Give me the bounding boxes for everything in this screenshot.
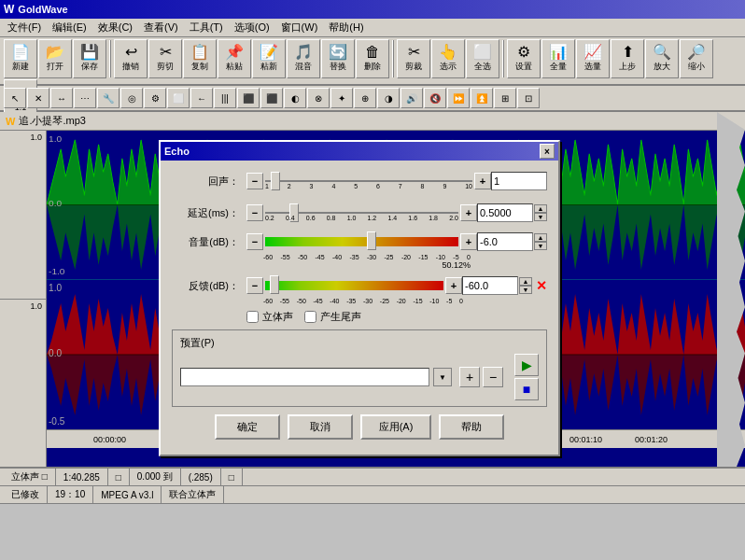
open-button[interactable]: 📂打开 — [38, 39, 72, 78]
preset-input[interactable] — [180, 368, 429, 386]
feedback-minus[interactable]: − — [246, 277, 263, 294]
tool-btn-16[interactable]: ⊕ — [354, 88, 376, 108]
delay-plus[interactable]: + — [460, 204, 477, 221]
feedback-slider[interactable] — [265, 275, 443, 296]
echo-slider[interactable]: 1 2 3 4 5 6 7 8 9 10 — [265, 168, 472, 194]
mix-button[interactable]: 🎵混音 — [287, 39, 320, 78]
feedback-spin-up[interactable]: ▲ — [519, 277, 532, 286]
feedback-value[interactable]: -60.0 — [462, 276, 518, 295]
menu-tools[interactable]: 工具(T) — [184, 19, 229, 36]
echo-value[interactable]: 1 — [491, 172, 547, 190]
volume-slider[interactable] — [265, 231, 458, 252]
full-vol-button[interactable]: 📊全量 — [541, 39, 575, 78]
echo-minus[interactable]: − — [246, 173, 263, 189]
tool-btn-17[interactable]: ◑ — [377, 88, 400, 108]
dialog-close-button[interactable]: × — [540, 144, 555, 159]
statusbar-row-1: 立体声 □ 1:40.285 □ 0.000 到 (.285) □ — [0, 469, 745, 486]
cancel-button[interactable]: 取消 — [288, 414, 353, 440]
tool-btn-1[interactable]: ↖ — [4, 88, 26, 108]
zoom-in-button[interactable]: 🔍放大 — [645, 39, 679, 78]
tool-btn-10[interactable]: ||| — [214, 88, 236, 108]
apply-button[interactable]: 应用(A) — [360, 414, 432, 440]
show-sel-button[interactable]: 👆选示 — [431, 39, 465, 78]
preset-row: ▼ + − ▶ ■ — [180, 354, 539, 400]
volume-spin-up[interactable]: ▲ — [534, 233, 547, 242]
tool-btn-22[interactable]: ⊞ — [494, 88, 516, 108]
tool-btn-20[interactable]: ⏩ — [447, 88, 470, 108]
dialog-buttons: 确定 取消 应用(A) 帮助 — [172, 414, 547, 447]
select-all-button[interactable]: ⬜全选 — [466, 39, 499, 78]
volume-minus[interactable]: − — [246, 233, 263, 250]
zoom-out-button[interactable]: 🔎缩小 — [680, 39, 713, 78]
tool-btn-18[interactable]: 🔊 — [401, 88, 423, 108]
help-button[interactable]: 帮助 — [439, 414, 504, 440]
volume-percent: 50.12% — [172, 260, 471, 270]
tool-btn-9[interactable]: ← — [190, 88, 213, 108]
copy-button[interactable]: 📋复制 — [183, 39, 217, 78]
volume-spin-down[interactable]: ▼ — [534, 242, 547, 250]
sel-vol-button[interactable]: 📈选量 — [576, 39, 610, 78]
tool-btn-3[interactable]: ↔ — [50, 88, 73, 108]
tool-btn-12[interactable]: ⬛ — [260, 88, 283, 108]
settings-button[interactable]: ⚙设置 — [507, 39, 541, 78]
tool-btn-19[interactable]: 🔇 — [424, 88, 446, 108]
tool-btn-13[interactable]: ◐ — [284, 88, 306, 108]
delay-minus[interactable]: − — [246, 204, 263, 221]
tool-btn-21[interactable]: ⏫ — [471, 88, 493, 108]
toolbar2: ↖ ✕ ↔ ⋯ 🔧 ◎ ⚙ ⬜ ← ||| ⬛ ⬛ ◐ ⊗ ✦ ⊕ ◑ 🔊 🔇 … — [0, 86, 745, 112]
delay-spin[interactable]: ▲ ▼ — [534, 204, 547, 221]
dialog-title: Echo — [164, 146, 190, 157]
menu-effects[interactable]: 效果(C) — [92, 19, 138, 36]
stereo-checkbox[interactable] — [246, 311, 259, 323]
preset-play-btn[interactable]: ▶ — [514, 354, 539, 376]
statusbar-row-2: 已修改 19：10 MPEG A v3.l 联合立体声 — [0, 486, 745, 504]
menu-file[interactable]: 文件(F) — [2, 19, 47, 36]
preset-label: 预置(P) — [180, 336, 539, 350]
feedback-spin[interactable]: ▲ ▼ — [519, 277, 532, 294]
tool-btn-8[interactable]: ⬜ — [167, 88, 190, 108]
paste-button[interactable]: 📌粘贴 — [218, 39, 251, 78]
prev-button[interactable]: ⬆上步 — [611, 39, 644, 78]
volume-plus[interactable]: + — [460, 233, 477, 250]
preset-add-btn[interactable]: + — [459, 367, 480, 387]
tool-btn-23[interactable]: ⊡ — [517, 88, 540, 108]
menu-view[interactable]: 查看(V) — [138, 19, 184, 36]
delay-slider[interactable]: 0.2 0.4 0.6 0.8 1.0 1.2 1.4 1.6 1.8 2.0 — [265, 200, 458, 226]
ok-button[interactable]: 确定 — [215, 414, 280, 440]
delay-spin-up[interactable]: ▲ — [534, 204, 547, 213]
tool-btn-5[interactable]: 🔧 — [97, 88, 119, 108]
feedback-spin-down[interactable]: ▼ — [519, 286, 532, 294]
delay-spin-down[interactable]: ▼ — [534, 213, 547, 221]
echo-plus[interactable]: + — [474, 173, 491, 189]
checkbox-row: 立体声 产生尾声 — [246, 310, 547, 324]
tool-btn-7[interactable]: ⚙ — [144, 88, 166, 108]
delete-button[interactable]: 🗑删除 — [356, 39, 389, 78]
menu-options[interactable]: 选项(O) — [229, 19, 275, 36]
pastenew-button[interactable]: 📝粘新 — [252, 39, 286, 78]
menu-help[interactable]: 帮助(H) — [323, 19, 369, 36]
preset-dropdown[interactable]: ▼ — [433, 368, 452, 386]
trim-button[interactable]: ✂剪裁 — [397, 39, 430, 78]
delay-value[interactable]: 0.5000 — [477, 203, 533, 222]
volume-spin[interactable]: ▲ ▼ — [534, 233, 547, 250]
tool-btn-4[interactable]: ⋯ — [74, 88, 96, 108]
volume-value[interactable]: -6.0 — [477, 232, 533, 251]
save-button[interactable]: 💾保存 — [73, 39, 106, 78]
tool-btn-2[interactable]: ✕ — [27, 88, 49, 108]
menu-window[interactable]: 窗口(W) — [275, 19, 324, 36]
replace-button[interactable]: 🔄替换 — [321, 39, 355, 78]
new-button[interactable]: 📄新建 — [4, 39, 37, 78]
tool-btn-15[interactable]: ✦ — [330, 88, 353, 108]
preset-remove-btn[interactable]: − — [483, 367, 503, 387]
feedback-plus[interactable]: + — [445, 277, 462, 294]
tool-btn-11[interactable]: ⬛ — [237, 88, 260, 108]
tool-btn-6[interactable]: ◎ — [120, 88, 143, 108]
tail-label: 产生尾声 — [320, 310, 361, 324]
menu-edit[interactable]: 编辑(E) — [47, 19, 92, 36]
cut-button[interactable]: ✂剪切 — [148, 39, 182, 78]
undo-button[interactable]: ↩撤销 — [114, 39, 148, 78]
preset-stop-btn[interactable]: ■ — [514, 378, 539, 400]
status-box2: □ — [221, 469, 243, 485]
tail-checkbox[interactable] — [304, 311, 316, 323]
tool-btn-14[interactable]: ⊗ — [307, 88, 330, 108]
